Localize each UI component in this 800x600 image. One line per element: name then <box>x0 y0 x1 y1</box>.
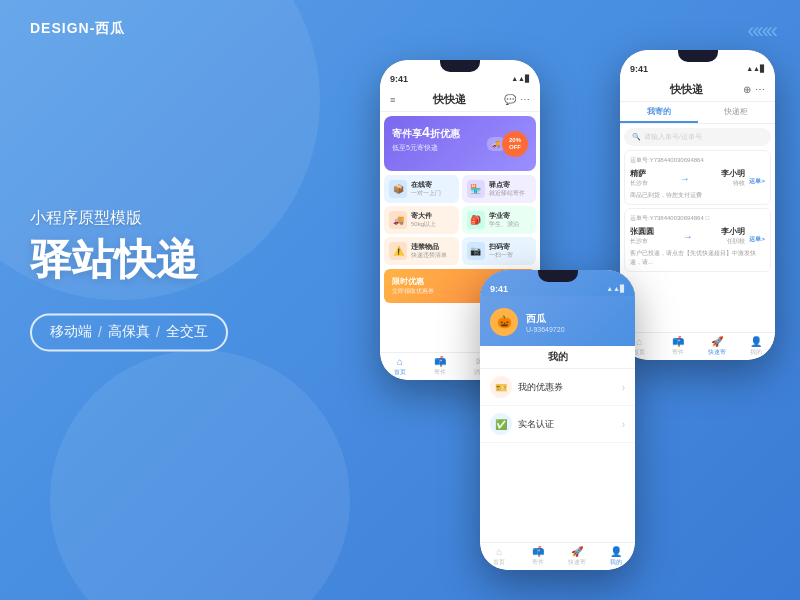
phone-2-add-icon[interactable]: ⊕ <box>743 84 751 95</box>
service-scan[interactable]: 📷 扫码寄 一扫一寄 <box>462 237 537 265</box>
menu-verify[interactable]: ✅ 实名认证 › <box>480 406 635 443</box>
service-prohibited-icon: ⚠️ <box>389 242 407 260</box>
phone-2-bottom-nav: ⌂ 首页 📫 寄件 🚀 快速寄 👤 我的 <box>620 332 775 360</box>
coupon-title: 限时优惠 <box>392 276 434 287</box>
nav-3-send[interactable]: 📫 寄件 <box>519 545 558 568</box>
order-2-arrow: → <box>654 231 721 242</box>
phone-3-profile-header: 🎃 西瓜 U-93649720 <box>480 296 635 346</box>
phone-3-status-icons: ▲▲▊ <box>606 285 625 293</box>
phone-2-app-header: 快快递 ⊕ ⋯ <box>620 76 775 102</box>
p2-fast-icon: 🚀 <box>711 336 723 347</box>
verify-menu-icon: ✅ <box>490 413 512 435</box>
phone-1-chat-icon[interactable]: 💬 <box>504 94 516 105</box>
profile-name: 西瓜 <box>526 312 565 326</box>
coupon-menu-text: 我的优惠券 <box>518 381 616 394</box>
third-services: ⚠️ 违禁物品 快递违禁清单 📷 扫码寄 一扫一寄 <box>384 237 536 265</box>
service-scan-icon: 📷 <box>467 242 485 260</box>
phone-2-search-icon: 🔍 <box>632 133 641 141</box>
phone-2-search[interactable]: 🔍 请输入单号/运单号 <box>624 128 771 146</box>
nav-3-home-label: 首页 <box>493 558 505 567</box>
p3-send-icon: 📫 <box>532 546 544 557</box>
order-2-to-sub: 任职校 <box>721 237 745 246</box>
nav-2-me[interactable]: 👤 我的 <box>736 335 775 358</box>
phones-area: 9:41 ▲▲▊ ≡ 快快递 💬 ⋯ 寄件享4折优惠 低至5元寄快递 🚚 <box>360 30 790 580</box>
nav-1-send[interactable]: 📫 寄件 <box>420 355 460 378</box>
order-1-desc: 商品已到货，待您支付运费 <box>630 191 765 199</box>
phone-2-tabs: 我寄的 快递柜 <box>620 102 775 124</box>
service-school[interactable]: 🎒 学业寄 学生、漂泊 <box>462 206 537 234</box>
phone-3-time: 9:41 <box>490 284 508 294</box>
nav-3-home[interactable]: ⌂ 首页 <box>480 545 519 568</box>
service-online[interactable]: 📦 在线寄 一对一上门 <box>384 175 459 203</box>
order-card-1[interactable]: 运单号:Y738440030694864 精萨 长沙市 → 李小明 待收 运单> <box>624 150 771 205</box>
phone-2-inner: 9:41 ▲▲▊ 快快递 ⊕ ⋯ 我寄的 快递柜 <box>620 50 775 360</box>
order-2-route: 张圆圆 长沙市 → 李小明 任职校 运单> <box>630 226 765 246</box>
profile-id: U-93649720 <box>526 326 565 333</box>
phone-2: 9:41 ▲▲▊ 快快递 ⊕ ⋯ 我寄的 快递柜 <box>620 50 775 360</box>
banner-badge: 20%OFF <box>502 131 528 157</box>
nav-3-me[interactable]: 👤 我的 <box>596 545 635 568</box>
phone-3-title: 我的 <box>480 346 635 369</box>
tag-div-1: / <box>98 325 102 341</box>
phone-2-time: 9:41 <box>630 64 648 74</box>
verify-menu-text: 实名认证 <box>518 418 616 431</box>
order-1-from-sub: 长沙市 <box>630 179 648 188</box>
service-heavy-icon: 🚚 <box>389 211 407 229</box>
nav-home-label: 首页 <box>394 368 406 377</box>
tag-interactive: 全交互 <box>166 324 208 342</box>
service-school-sub: 学生、漂泊 <box>489 220 519 229</box>
phone-1-app-header: ≡ 快快递 💬 ⋯ <box>380 86 540 112</box>
p3-fast-icon: 🚀 <box>571 546 583 557</box>
order-2-from: 张圆圆 <box>630 226 654 237</box>
p2-home-icon: ⌂ <box>636 336 642 347</box>
order-1-to: 李小明 <box>721 168 745 179</box>
order-2-desc: 客户已投递，请点击【先优快递超目】中激发快递，请... <box>630 249 765 266</box>
order-card-2[interactable]: 运单号:Y738440030694864 □ 张圆圆 长沙市 → 李小明 任职校… <box>624 208 771 272</box>
service-station[interactable]: 🏪 驿点寄 就近驿站寄件 <box>462 175 537 203</box>
phone-1-banner: 寄件享4折优惠 低至5元寄快递 🚚 20%OFF <box>384 116 536 171</box>
phone-2-header-icons: ⊕ ⋯ <box>743 84 765 95</box>
nav-2-me-label: 我的 <box>750 348 762 357</box>
phone-1-status-icons: ▲▲▊ <box>511 75 530 83</box>
service-heavy-sub: 50kg以上 <box>411 220 436 229</box>
service-school-icon: 🎒 <box>467 211 485 229</box>
coupon-menu-arrow: › <box>622 382 625 393</box>
phone-3-bottom-nav: ⌂ 首页 📫 寄件 🚀 快速寄 👤 我的 <box>480 542 635 570</box>
p2-send-icon: 📫 <box>672 336 684 347</box>
nav-2-fast[interactable]: 🚀 快速寄 <box>698 335 737 358</box>
nav-1-home[interactable]: ⌂ 首页 <box>380 355 420 378</box>
phone-3-notch <box>538 270 578 282</box>
tag-hifi: 高保真 <box>108 324 150 342</box>
phone-2-title: 快快递 <box>630 82 743 97</box>
tab-sent[interactable]: 我寄的 <box>620 102 698 123</box>
order-1-to-sub: 待收 <box>721 179 745 188</box>
send-icon: 📫 <box>434 356 446 367</box>
left-content-area: 小程序原型模版 驿站快递 移动端 / 高保真 / 全交互 <box>30 208 228 351</box>
p2-me-icon: 👤 <box>750 336 762 347</box>
phone-2-status-icons: ▲▲▊ <box>746 65 765 73</box>
order-1-status-text: 运单> <box>749 178 765 184</box>
phone-1-more-icon[interactable]: ⋯ <box>520 94 530 105</box>
service-station-icon: 🏪 <box>467 180 485 198</box>
tag-row: 移动端 / 高保真 / 全交互 <box>30 314 228 352</box>
nav-2-send[interactable]: 📫 寄件 <box>659 335 698 358</box>
home-icon: ⌂ <box>397 356 403 367</box>
user-avatar: 🎃 <box>490 308 518 336</box>
menu-coupon[interactable]: 🎫 我的优惠券 › <box>480 369 635 406</box>
tab-locker[interactable]: 快递柜 <box>698 102 776 123</box>
phone-1-title: 快快递 <box>395 92 504 107</box>
nav-3-fast[interactable]: 🚀 快速寄 <box>558 545 597 568</box>
service-station-name: 驿点寄 <box>489 180 525 189</box>
nav-send-label: 寄件 <box>434 368 446 377</box>
service-prohibited[interactable]: ⚠️ 违禁物品 快递违禁清单 <box>384 237 459 265</box>
verify-menu-arrow: › <box>622 419 625 430</box>
nav-3-me-label: 我的 <box>610 558 622 567</box>
order-2-id: 运单号:Y738440030694864 □ <box>630 214 765 223</box>
service-heavy[interactable]: 🚚 寄大件 50kg以上 <box>384 206 459 234</box>
service-scan-name: 扫码寄 <box>489 242 513 251</box>
phone-2-more-icon[interactable]: ⋯ <box>755 84 765 95</box>
phone-2-notch <box>678 50 718 62</box>
bottom-services: 🚚 寄大件 50kg以上 🎒 学业寄 学生、漂泊 <box>384 206 536 234</box>
service-station-sub: 就近驿站寄件 <box>489 189 525 198</box>
p3-home-icon: ⌂ <box>496 546 502 557</box>
